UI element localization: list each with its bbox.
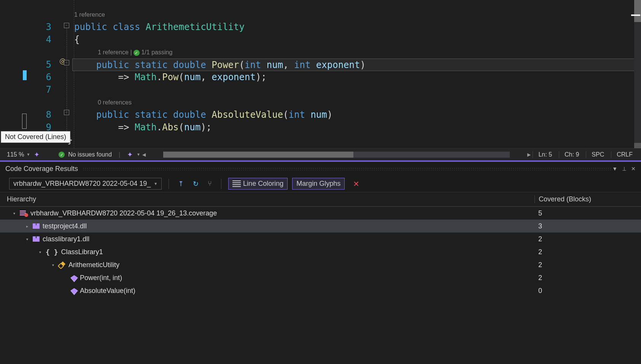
cleanup-icon[interactable]: ✦ (127, 150, 133, 159)
panel-menu-icon[interactable]: ▼ (612, 166, 617, 172)
check-icon: ✓ (134, 50, 140, 56)
tree-item-label: ArithemeticUtility (68, 261, 119, 269)
tree-row[interactable]: ▸testproject4.dll3 (0, 220, 641, 233)
method-icon (70, 275, 78, 282)
tree-item-label: Power(int, int) (80, 274, 122, 282)
export-icon[interactable]: ⤒ (176, 178, 186, 190)
codelens[interactable]: 1 reference | ✓ 1/1 passing (74, 46, 641, 59)
coverage-tooltip: Not Covered (Lines) (1, 131, 70, 143)
dll-icon (33, 223, 40, 229)
cursor-col[interactable]: Ch: 9 (559, 151, 579, 158)
expander-icon[interactable]: ▾ (50, 263, 56, 267)
tree-row[interactable]: ▾classlibrary1.dll2 (0, 233, 641, 245)
merge-icon[interactable]: ⑂ (205, 178, 214, 189)
expander-icon[interactable]: ▾ (24, 237, 30, 241)
code-line[interactable]: } (67, 134, 641, 146)
code-editor: ◎ 3 4 5 6 7 8 9 − − − 1 reference public… (0, 0, 641, 148)
codelens[interactable]: 1 reference (74, 8, 641, 21)
code-line[interactable]: { (74, 33, 641, 46)
coverage-table-header: Hierarchy Covered (Blocks) (0, 192, 641, 207)
editor-status-bar: 115 % ▼ ✦ ✓ No issues found | ✦▼ ◀ ▶ Ln:… (0, 148, 641, 160)
check-icon: ✓ (59, 152, 65, 158)
tree-item-value: 2 (534, 248, 641, 256)
line-number: 6 (29, 71, 51, 84)
coverage-tree: ▾vrbhardw_VRBHARDW8720 2022-05-04 19_26_… (0, 207, 641, 297)
line-number: 7 (29, 84, 51, 96)
panel-title: Code Coverage Results (5, 165, 78, 173)
line-number: 4 (29, 33, 51, 46)
tree-row[interactable]: Power(int, int)2 (0, 271, 641, 284)
line-number: 3 (29, 21, 51, 33)
tree-row[interactable]: ▾ArithemeticUtility2 (0, 258, 641, 271)
line-ending[interactable]: CRLF (611, 151, 633, 158)
column-covered[interactable]: Covered (Blocks) (534, 195, 641, 203)
line-coloring-button[interactable]: Line Coloring (228, 178, 288, 190)
tree-item-label: ClassLibrary1 (61, 248, 103, 256)
coverage-file-icon (20, 210, 27, 216)
tree-item-label: classlibrary1.dll (43, 235, 89, 243)
class-icon (59, 261, 65, 268)
tree-item-value: 2 (534, 261, 641, 269)
lines-icon (232, 180, 241, 187)
code-line[interactable]: public static double AbsoluteValue(int n… (74, 109, 641, 121)
coverage-glyph-notcovered[interactable] (22, 114, 27, 129)
tree-item-value: 5 (534, 209, 641, 217)
line-number-gutter: 3 4 5 6 7 8 9 (29, 0, 63, 148)
indent-mode[interactable]: SPC (586, 151, 604, 158)
issues-status[interactable]: No issues found (68, 151, 112, 158)
expander-icon[interactable]: ▾ (11, 211, 17, 215)
expander-icon[interactable]: ▾ (37, 250, 43, 254)
expander-icon[interactable]: ▸ (24, 224, 30, 228)
line-number: 8 (29, 109, 51, 121)
line-number: 5 (29, 59, 51, 71)
code-line[interactable]: => Math.Pow(num, exponent); (74, 71, 641, 84)
coverage-panel-header: Code Coverage Results ▼ ⊥ ✕ (0, 162, 641, 176)
code-line[interactable]: => Math.Abs(num); (74, 121, 641, 134)
codelens[interactable]: 0 references (74, 96, 641, 109)
scroll-left-arrow[interactable]: ◀ (140, 152, 148, 157)
intellicode-icon[interactable]: ✦ (34, 150, 40, 159)
pin-icon[interactable]: ⊥ (622, 166, 627, 172)
vertical-scrollbar[interactable] (634, 0, 641, 148)
code-line[interactable]: public class ArithemeticUtility (74, 21, 641, 33)
code-line-current[interactable]: public static double Power(int num, int … (72, 59, 641, 71)
tree-item-value: 0 (534, 287, 641, 295)
tree-item-label: vrbhardw_VRBHARDW8720 2022-05-04 19_26_1… (30, 209, 217, 217)
scroll-right-arrow[interactable]: ▶ (525, 152, 533, 157)
fold-toggle[interactable]: − (64, 23, 69, 28)
tree-item-label: testproject4.dll (43, 222, 87, 230)
overview-mark (631, 14, 640, 16)
tree-item-value: 2 (534, 235, 641, 243)
refresh-icon[interactable]: ↻ (191, 178, 201, 190)
code-line[interactable] (74, 84, 641, 96)
horizontal-scrollbar[interactable] (163, 152, 510, 158)
column-hierarchy[interactable]: Hierarchy (0, 195, 534, 203)
tree-row[interactable]: AbsoluteValue(int)0 (0, 284, 641, 297)
coverage-glyph-covered[interactable] (23, 70, 27, 80)
coverage-toolbar: vrbhardw_VRBHARDW8720 2022-05-04 19_ ▼ ⤒… (0, 176, 641, 192)
delete-icon[interactable]: ✕ (349, 179, 363, 188)
zoom-level[interactable]: 115 % ▼ (7, 151, 30, 158)
tree-item-label: AbsoluteValue(int) (80, 287, 135, 295)
cursor-line[interactable]: Ln: 5 (533, 151, 552, 158)
tree-item-value: 2 (534, 274, 641, 282)
margin-glyphs-button[interactable]: Margin Glyphs (292, 178, 345, 190)
coverage-margin: ◎ (0, 0, 29, 148)
tree-row[interactable]: ▾{ }ClassLibrary12 (0, 245, 641, 258)
tree-row[interactable]: ▾vrbhardw_VRBHARDW8720 2022-05-04 19_26_… (0, 207, 641, 220)
tree-item-value: 3 (534, 222, 641, 230)
method-icon (70, 288, 78, 295)
fold-gutter: − − − (63, 0, 74, 148)
coverage-results-dropdown[interactable]: vrbhardw_VRBHARDW8720 2022-05-04 19_ ▼ (9, 178, 162, 190)
dll-icon (33, 236, 40, 242)
namespace-icon: { } (46, 248, 58, 256)
code-content[interactable]: 1 reference public class ArithemeticUtil… (74, 0, 641, 148)
close-icon[interactable]: ✕ (631, 166, 636, 172)
